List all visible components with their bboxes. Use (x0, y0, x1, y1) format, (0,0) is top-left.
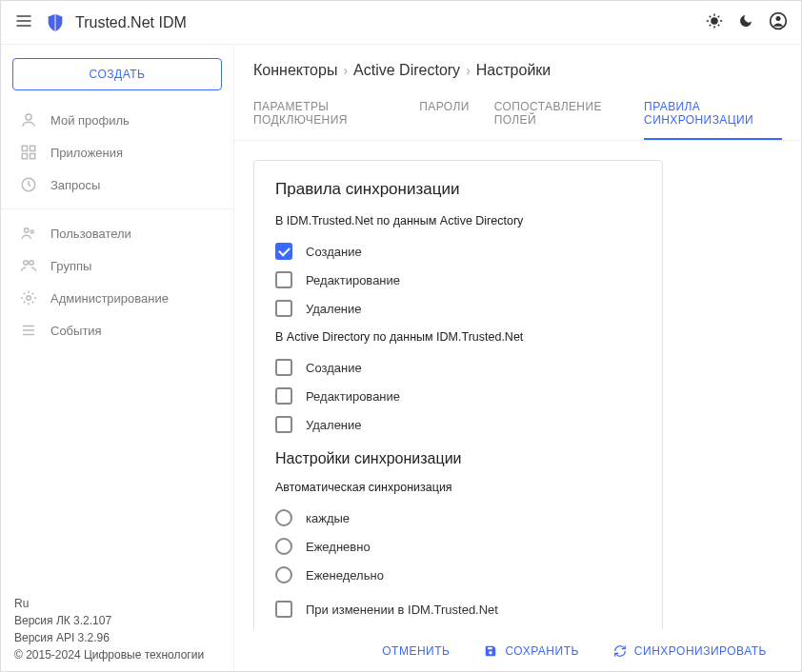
sync-button[interactable]: СИНХРОНИЗИРОВАТЬ (613, 644, 767, 658)
cancel-button[interactable]: ОТМЕНИТЬ (382, 644, 450, 658)
app-logo (45, 12, 66, 33)
account-icon[interactable] (769, 11, 788, 33)
nav-groups[interactable]: Группы (1, 249, 233, 282)
svg-rect-10 (22, 154, 27, 159)
svg-point-14 (30, 230, 33, 233)
section1-sub: В IDM.Trusted.Net по данным Active Direc… (275, 214, 641, 227)
nav-label: События (50, 324, 102, 338)
tabs: ПАРАМЕТРЫ ПОДКЛЮЧЕНИЯ ПАРОЛИ СОПОСТАВЛЕН… (234, 92, 801, 141)
checkbox-create-ad[interactable] (275, 359, 292, 376)
radio-label: каждые (306, 511, 350, 525)
nav-my-profile[interactable]: Мой профиль (1, 104, 233, 136)
svg-rect-9 (30, 146, 35, 150)
checkbox-label: Редактирование (306, 389, 400, 404)
version-lk: Версия ЛК 3.2.107 (14, 612, 220, 629)
version-api: Версия API 3.2.96 (14, 629, 220, 646)
nav-label: Приложения (50, 146, 123, 160)
tab-sync-rules[interactable]: ПРАВИЛА СИНХРОНИЗАЦИИ (644, 92, 782, 140)
save-button[interactable]: СОХРАНИТЬ (484, 644, 578, 658)
checkbox-label: Редактирование (306, 273, 400, 287)
nav-admin[interactable]: Администрирование (1, 282, 233, 314)
theme-toggle-icon[interactable] (706, 12, 723, 32)
lang-label: Ru (14, 595, 220, 612)
button-label: ОТМЕНИТЬ (382, 644, 450, 658)
checkbox-label: При изменении в IDM.Trusted.Net (306, 603, 498, 617)
radio-label: Еженедельно (306, 568, 384, 583)
svg-point-7 (26, 114, 31, 120)
checkbox-label: Создание (306, 245, 362, 259)
svg-point-17 (27, 296, 31, 301)
tab-field-mapping[interactable]: СОПОСТАВЛЕНИЕ ПОЛЕЙ (494, 92, 619, 140)
svg-point-16 (30, 261, 34, 266)
settings-sub: Автоматическая синхронизация (275, 481, 641, 494)
nav-label: Мой профиль (50, 113, 130, 128)
svg-rect-11 (30, 154, 35, 159)
checkbox-label: Удаление (306, 302, 362, 316)
svg-point-6 (776, 16, 781, 21)
nav-label: Запросы (50, 178, 100, 192)
sidebar-footer: Ru Версия ЛК 3.2.107 Версия API 3.2.96 ©… (1, 595, 233, 672)
sync-rules-card: Правила синхронизации В IDM.Trusted.Net … (253, 160, 663, 629)
checkbox-on-change[interactable] (275, 601, 292, 618)
footer-actions: ОТМЕНИТЬ СОХРАНИТЬ СИНХРОНИЗИРОВАТЬ (234, 629, 801, 672)
nav-requests[interactable]: Запросы (1, 168, 233, 201)
copyright: © 2015-2024 Цифровые технологии (14, 646, 220, 663)
app-title: Trusted.Net IDM (75, 14, 706, 31)
moon-icon[interactable] (738, 13, 753, 31)
sync-icon (613, 644, 627, 658)
divider (1, 208, 233, 209)
breadcrumb-connectors[interactable]: Коннекторы (253, 62, 337, 79)
checkbox-label: Удаление (306, 418, 362, 432)
radio-label: Ежедневно (306, 540, 371, 554)
nav-events[interactable]: События (1, 314, 233, 346)
section2-sub: В Active Directory по данным IDM.Trusted… (275, 330, 641, 344)
breadcrumb-settings: Настройки (476, 62, 551, 79)
nav-label: Администрирование (50, 291, 169, 306)
radio-weekly[interactable] (275, 566, 292, 583)
radio-every[interactable] (275, 509, 292, 526)
checkbox-edit-idm[interactable] (275, 271, 292, 288)
chevron-right-icon: › (343, 63, 348, 78)
checkbox-delete-ad[interactable] (275, 416, 292, 433)
nav-label: Группы (50, 259, 91, 273)
save-icon (484, 644, 497, 658)
card-title: Правила синхронизации (275, 180, 641, 199)
svg-point-15 (24, 261, 29, 266)
settings-title: Настройки синхронизации (275, 450, 641, 467)
tab-connection-params[interactable]: ПАРАМЕТРЫ ПОДКЛЮЧЕНИЯ (253, 92, 394, 140)
nav-apps[interactable]: Приложения (1, 136, 233, 168)
nav-label: Пользователи (50, 227, 131, 241)
breadcrumb: Коннекторы › Active Directory › Настройк… (234, 45, 801, 92)
create-button[interactable]: СОЗДАТЬ (12, 58, 222, 90)
sidebar: СОЗДАТЬ Мой профиль Приложения Запросы П… (1, 45, 234, 672)
svg-point-4 (711, 17, 718, 25)
svg-rect-8 (22, 146, 27, 150)
button-label: СОХРАНИТЬ (505, 644, 578, 658)
svg-point-13 (25, 228, 30, 233)
chevron-right-icon: › (466, 63, 471, 78)
checkbox-edit-ad[interactable] (275, 387, 292, 405)
checkbox-label: Создание (306, 361, 362, 375)
svg-rect-3 (54, 13, 56, 30)
checkbox-create-idm[interactable] (275, 243, 292, 260)
tab-passwords[interactable]: ПАРОЛИ (419, 92, 469, 140)
button-label: СИНХРОНИЗИРОВАТЬ (634, 644, 767, 658)
checkbox-delete-idm[interactable] (275, 300, 292, 317)
radio-daily[interactable] (275, 538, 292, 555)
nav-users[interactable]: Пользователи (1, 217, 233, 249)
breadcrumb-ad[interactable]: Active Directory (353, 62, 460, 79)
menu-icon[interactable] (14, 11, 33, 33)
